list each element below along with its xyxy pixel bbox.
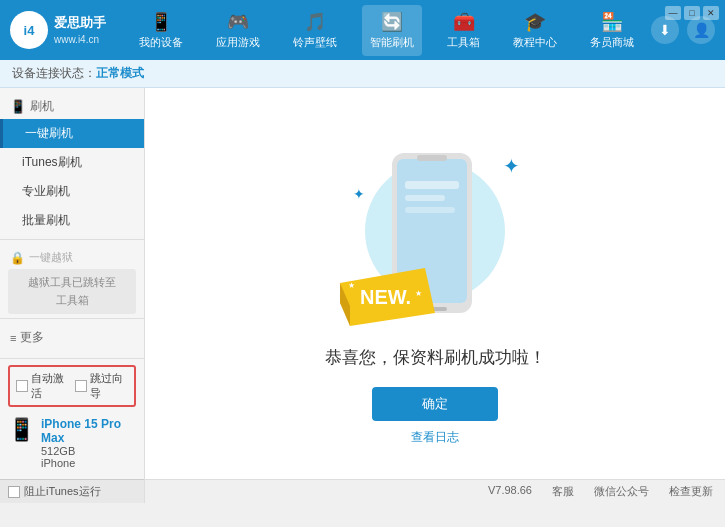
- device-icon: 📱: [150, 11, 172, 33]
- sidebar-content: 📱 刷机 一键刷机 iTunes刷机 专业刷机 批量刷机 🔒 一键越狱: [0, 88, 144, 358]
- main-nav: 📱 我的设备 🎮 应用游戏 🎵 铃声壁纸 🔄 智能刷机 🧰 工具箱 🎓 教程中心…: [122, 5, 651, 56]
- device-type: iPhone: [41, 457, 136, 469]
- close-button[interactable]: ✕: [703, 6, 719, 20]
- subheader: 设备连接状态： 正常模式: [0, 60, 725, 88]
- toolbox-icon: 🧰: [453, 11, 475, 33]
- footer: V7.98.66 客服 微信公众号 检查更新: [145, 479, 725, 503]
- window-controls: — □ ✕: [665, 6, 719, 20]
- sidebar-item-other-tools[interactable]: 其他工具: [0, 350, 144, 358]
- auto-activate-checkbox[interactable]: [16, 380, 28, 392]
- grayed-box-line1: 越狱工具已跳转至: [16, 274, 128, 292]
- nav-service[interactable]: 🏪 务员商城: [582, 5, 642, 56]
- auto-activate-label: 自动激活: [31, 371, 69, 401]
- nav-tutorial[interactable]: 🎓 教程中心: [505, 5, 565, 56]
- flash-section-icon: 📱: [10, 99, 26, 114]
- itunes-checkbox[interactable]: [8, 486, 20, 498]
- guide-import-checkbox-label[interactable]: 跳过向导: [75, 371, 128, 401]
- device-storage: 512GB: [41, 445, 136, 457]
- content-area: ✦ ✦ NEW. ★ ★ 恭喜您，保资料刷机成功啦！ 确定: [145, 88, 725, 503]
- sidebar-item-batch-flash[interactable]: 批量刷机: [0, 206, 144, 235]
- nav-ringtones[interactable]: 🎵 铃声壁纸: [285, 5, 345, 56]
- sidebar-item-pro-flash[interactable]: 专业刷机: [0, 177, 144, 206]
- new-badge: NEW. ★ ★: [340, 268, 435, 326]
- footer-wechat[interactable]: 微信公众号: [594, 484, 649, 499]
- device-name: iPhone 15 Pro Max: [41, 417, 136, 445]
- nav-apps-label: 应用游戏: [216, 35, 260, 50]
- more-icon: ≡: [10, 332, 16, 344]
- subheader-mode: 正常模式: [96, 65, 144, 82]
- apps-icon: 🎮: [227, 11, 249, 33]
- sidebar-jailbreak-label: 一键越狱: [29, 250, 73, 265]
- svg-rect-5: [405, 195, 445, 201]
- nav-service-label: 务员商城: [590, 35, 634, 50]
- sidebar-more-header: ≡ 更多: [0, 323, 144, 350]
- sidebar-flash-label: 刷机: [30, 98, 54, 115]
- logo: i4 爱思助手 www.i4.cn: [10, 11, 106, 49]
- footer-version: V7.98.66: [488, 484, 532, 499]
- sidebar-divider2: [0, 318, 144, 319]
- svg-rect-3: [417, 155, 447, 161]
- auto-activate-area: 自动激活 跳过向导: [8, 365, 136, 407]
- nav-smart-flash-label: 智能刷机: [370, 35, 414, 50]
- device-info: 📱 iPhone 15 Pro Max 512GB iPhone: [8, 413, 136, 473]
- footer-update[interactable]: 检查更新: [669, 484, 713, 499]
- nav-apps-games[interactable]: 🎮 应用游戏: [208, 5, 268, 56]
- nav-toolbox[interactable]: 🧰 工具箱: [439, 5, 488, 56]
- sidebar-more-label: 更多: [20, 329, 44, 346]
- ringtone-icon: 🎵: [304, 11, 326, 33]
- svg-text:★: ★: [415, 289, 422, 298]
- lock-icon: 🔒: [10, 251, 25, 265]
- user-button[interactable]: 👤: [687, 16, 715, 44]
- device-phone-icon: 📱: [8, 417, 35, 443]
- svg-text:NEW.: NEW.: [360, 286, 411, 308]
- download-button[interactable]: ⬇: [651, 16, 679, 44]
- log-link[interactable]: 查看日志: [411, 429, 459, 446]
- subheader-prefix: 设备连接状态：: [12, 65, 96, 82]
- sidebar: 📱 刷机 一键刷机 iTunes刷机 专业刷机 批量刷机 🔒 一键越狱: [0, 88, 145, 503]
- nav-tutorial-label: 教程中心: [513, 35, 557, 50]
- sparkle-left-icon: ✦: [353, 186, 365, 202]
- nav-toolbox-label: 工具箱: [447, 35, 480, 50]
- auto-activate-checkbox-label[interactable]: 自动激活: [16, 371, 69, 401]
- sidebar-flash-header: 📱 刷机: [0, 92, 144, 119]
- maximize-button[interactable]: □: [684, 6, 700, 20]
- guide-import-checkbox[interactable]: [75, 380, 87, 392]
- grayed-box-line2: 工具箱: [16, 292, 128, 310]
- sidebar-bottom: 自动激活 跳过向导 📱 iPhone 15 Pro Max 512GB iPho…: [0, 358, 144, 479]
- logo-icon: i4: [10, 11, 48, 49]
- nav-my-device[interactable]: 📱 我的设备: [131, 5, 191, 56]
- sparkle-top-icon: ✦: [503, 154, 520, 178]
- sidebar-item-itunes-flash[interactable]: iTunes刷机: [0, 148, 144, 177]
- footer-service[interactable]: 客服: [552, 484, 574, 499]
- minimize-button[interactable]: —: [665, 6, 681, 20]
- nav-smart-flash[interactable]: 🔄 智能刷机: [362, 5, 422, 56]
- sidebar-divider: [0, 239, 144, 240]
- sidebar-item-one-key-flash[interactable]: 一键刷机: [0, 119, 144, 148]
- flash-icon: 🔄: [381, 11, 403, 33]
- top-right-controls: ⬇ 👤: [651, 16, 715, 44]
- svg-text:★: ★: [348, 281, 355, 290]
- svg-rect-6: [405, 207, 455, 213]
- confirm-button[interactable]: 确定: [372, 387, 498, 421]
- tutorial-icon: 🎓: [524, 11, 546, 33]
- itunes-bar: 阻止iTunes运行: [0, 479, 144, 503]
- success-illustration: ✦ ✦ NEW. ★ ★: [345, 146, 525, 336]
- success-message: 恭喜您，保资料刷机成功啦！: [325, 346, 546, 369]
- nav-ringtones-label: 铃声壁纸: [293, 35, 337, 50]
- guide-import-label: 跳过向导: [90, 371, 128, 401]
- sidebar-jailbreak-header: 🔒 一键越狱: [0, 244, 144, 267]
- itunes-label: 阻止iTunes运行: [24, 484, 101, 499]
- svg-rect-4: [405, 181, 459, 189]
- nav-my-device-label: 我的设备: [139, 35, 183, 50]
- sidebar-jailbreak-box: 越狱工具已跳转至 工具箱: [8, 269, 136, 314]
- service-icon: 🏪: [601, 11, 623, 33]
